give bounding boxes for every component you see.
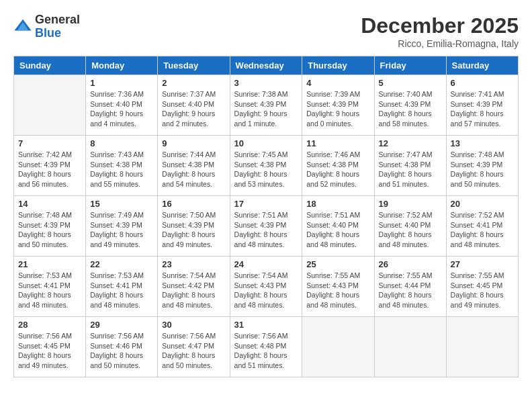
day-info: Sunrise: 7:43 AMSunset: 4:38 PMDaylight:… [90, 150, 153, 189]
day-number: 27 [451, 259, 514, 269]
day-info: Sunrise: 7:56 AMSunset: 4:47 PMDaylight:… [162, 331, 225, 371]
day-info: Sunrise: 7:48 AMSunset: 4:39 PMDaylight:… [451, 150, 514, 189]
day-number: 14 [18, 199, 81, 209]
calendar-cell: 20Sunrise: 7:52 AMSunset: 4:41 PMDayligh… [446, 196, 518, 257]
day-info: Sunrise: 7:46 AMSunset: 4:38 PMDaylight:… [306, 150, 369, 189]
day-info: Sunrise: 7:52 AMSunset: 4:40 PMDaylight:… [379, 210, 442, 250]
day-info: Sunrise: 7:45 AMSunset: 4:38 PMDaylight:… [234, 150, 298, 189]
calendar-cell: 24Sunrise: 7:54 AMSunset: 4:43 PMDayligh… [230, 257, 302, 317]
calendar-cell: 25Sunrise: 7:55 AMSunset: 4:43 PMDayligh… [302, 257, 374, 317]
day-number: 13 [451, 138, 514, 148]
day-number: 1 [90, 78, 153, 88]
day-number: 20 [451, 199, 514, 209]
calendar-cell: 14Sunrise: 7:48 AMSunset: 4:39 PMDayligh… [14, 196, 86, 257]
day-info: Sunrise: 7:40 AMSunset: 4:39 PMDaylight:… [379, 89, 442, 129]
calendar-cell: 21Sunrise: 7:53 AMSunset: 4:41 PMDayligh… [14, 257, 86, 317]
day-info: Sunrise: 7:39 AMSunset: 4:39 PMDaylight:… [306, 89, 369, 129]
day-number: 7 [18, 138, 81, 148]
day-header-thursday: Thursday [302, 56, 374, 75]
calendar-cell: 11Sunrise: 7:46 AMSunset: 4:38 PMDayligh… [302, 136, 374, 196]
logo: General Blue [13, 13, 80, 40]
day-number: 29 [90, 320, 153, 330]
calendar-cell: 30Sunrise: 7:56 AMSunset: 4:47 PMDayligh… [158, 317, 230, 377]
title-block: December 2025 Ricco, Emilia-Romagna, Ita… [361, 13, 519, 49]
day-header-wednesday: Wednesday [230, 56, 302, 75]
day-info: Sunrise: 7:51 AMSunset: 4:40 PMDaylight:… [306, 210, 369, 250]
day-number: 19 [379, 199, 442, 209]
calendar-cell: 8Sunrise: 7:43 AMSunset: 4:38 PMDaylight… [86, 136, 158, 196]
day-number: 9 [162, 138, 225, 148]
day-number: 25 [306, 259, 369, 269]
day-info: Sunrise: 7:56 AMSunset: 4:45 PMDaylight:… [18, 331, 81, 371]
day-header-monday: Monday [86, 56, 158, 75]
day-info: Sunrise: 7:56 AMSunset: 4:48 PMDaylight:… [234, 331, 298, 371]
week-row-2: 7Sunrise: 7:42 AMSunset: 4:39 PMDaylight… [14, 136, 519, 196]
logo-general: General [35, 13, 80, 27]
calendar-cell: 19Sunrise: 7:52 AMSunset: 4:40 PMDayligh… [374, 196, 446, 257]
calendar-cell: 28Sunrise: 7:56 AMSunset: 4:45 PMDayligh… [14, 317, 86, 377]
day-info: Sunrise: 7:42 AMSunset: 4:39 PMDaylight:… [18, 150, 81, 189]
calendar-cell: 3Sunrise: 7:38 AMSunset: 4:39 PMDaylight… [230, 75, 302, 136]
day-number: 17 [234, 199, 298, 209]
calendar-cell: 13Sunrise: 7:48 AMSunset: 4:39 PMDayligh… [446, 136, 518, 196]
day-number: 4 [306, 78, 369, 88]
day-number: 6 [451, 78, 514, 88]
day-info: Sunrise: 7:53 AMSunset: 4:41 PMDaylight:… [90, 271, 153, 310]
calendar-cell: 6Sunrise: 7:41 AMSunset: 4:39 PMDaylight… [446, 75, 518, 136]
calendar-cell: 26Sunrise: 7:55 AMSunset: 4:44 PMDayligh… [374, 257, 446, 317]
week-row-5: 28Sunrise: 7:56 AMSunset: 4:45 PMDayligh… [14, 317, 519, 377]
day-info: Sunrise: 7:54 AMSunset: 4:43 PMDaylight:… [234, 271, 298, 310]
day-info: Sunrise: 7:38 AMSunset: 4:39 PMDaylight:… [234, 89, 298, 129]
day-info: Sunrise: 7:51 AMSunset: 4:39 PMDaylight:… [234, 210, 298, 250]
day-number: 26 [379, 259, 442, 269]
day-info: Sunrise: 7:47 AMSunset: 4:38 PMDaylight:… [379, 150, 442, 189]
day-info: Sunrise: 7:55 AMSunset: 4:45 PMDaylight:… [451, 271, 514, 310]
calendar-cell [302, 317, 374, 377]
calendar-cell: 4Sunrise: 7:39 AMSunset: 4:39 PMDaylight… [302, 75, 374, 136]
day-number: 18 [306, 199, 369, 209]
day-info: Sunrise: 7:56 AMSunset: 4:46 PMDaylight:… [90, 331, 153, 371]
calendar-cell: 16Sunrise: 7:50 AMSunset: 4:39 PMDayligh… [158, 196, 230, 257]
day-number: 24 [234, 259, 298, 269]
calendar-cell: 29Sunrise: 7:56 AMSunset: 4:46 PMDayligh… [86, 317, 158, 377]
calendar-cell: 10Sunrise: 7:45 AMSunset: 4:38 PMDayligh… [230, 136, 302, 196]
day-number: 15 [90, 199, 153, 209]
day-number: 22 [90, 259, 153, 269]
calendar-cell: 22Sunrise: 7:53 AMSunset: 4:41 PMDayligh… [86, 257, 158, 317]
week-row-3: 14Sunrise: 7:48 AMSunset: 4:39 PMDayligh… [14, 196, 519, 257]
day-number: 16 [162, 199, 225, 209]
calendar-cell: 27Sunrise: 7:55 AMSunset: 4:45 PMDayligh… [446, 257, 518, 317]
day-number: 30 [162, 320, 225, 330]
calendar-cell: 31Sunrise: 7:56 AMSunset: 4:48 PMDayligh… [230, 317, 302, 377]
week-row-4: 21Sunrise: 7:53 AMSunset: 4:41 PMDayligh… [14, 257, 519, 317]
logo-text: General Blue [35, 13, 80, 40]
day-info: Sunrise: 7:55 AMSunset: 4:44 PMDaylight:… [379, 271, 442, 310]
day-number: 23 [162, 259, 225, 269]
location: Ricco, Emilia-Romagna, Italy [361, 38, 519, 49]
day-info: Sunrise: 7:44 AMSunset: 4:38 PMDaylight:… [162, 150, 225, 189]
calendar-cell: 5Sunrise: 7:40 AMSunset: 4:39 PMDaylight… [374, 75, 446, 136]
calendar: SundayMondayTuesdayWednesdayThursdayFrid… [13, 56, 519, 377]
calendar-cell: 12Sunrise: 7:47 AMSunset: 4:38 PMDayligh… [374, 136, 446, 196]
logo-blue: Blue [35, 27, 80, 40]
calendar-cell: 2Sunrise: 7:37 AMSunset: 4:40 PMDaylight… [158, 75, 230, 136]
month-title: December 2025 [361, 13, 519, 38]
day-number: 11 [306, 138, 369, 148]
day-number: 2 [162, 78, 225, 88]
day-header-sunday: Sunday [14, 56, 86, 75]
calendar-cell: 7Sunrise: 7:42 AMSunset: 4:39 PMDaylight… [14, 136, 86, 196]
calendar-cell: 15Sunrise: 7:49 AMSunset: 4:39 PMDayligh… [86, 196, 158, 257]
calendar-cell: 23Sunrise: 7:54 AMSunset: 4:42 PMDayligh… [158, 257, 230, 317]
day-header-saturday: Saturday [446, 56, 518, 75]
calendar-cell: 18Sunrise: 7:51 AMSunset: 4:40 PMDayligh… [302, 196, 374, 257]
header-row: SundayMondayTuesdayWednesdayThursdayFrid… [14, 56, 519, 75]
day-info: Sunrise: 7:37 AMSunset: 4:40 PMDaylight:… [162, 89, 225, 129]
day-number: 31 [234, 320, 298, 330]
day-info: Sunrise: 7:53 AMSunset: 4:41 PMDaylight:… [18, 271, 81, 310]
page-header: General Blue December 2025 Ricco, Emilia… [13, 13, 519, 49]
calendar-cell: 17Sunrise: 7:51 AMSunset: 4:39 PMDayligh… [230, 196, 302, 257]
day-number: 21 [18, 259, 81, 269]
calendar-cell [14, 75, 86, 136]
day-number: 28 [18, 320, 81, 330]
logo-icon [13, 17, 32, 36]
